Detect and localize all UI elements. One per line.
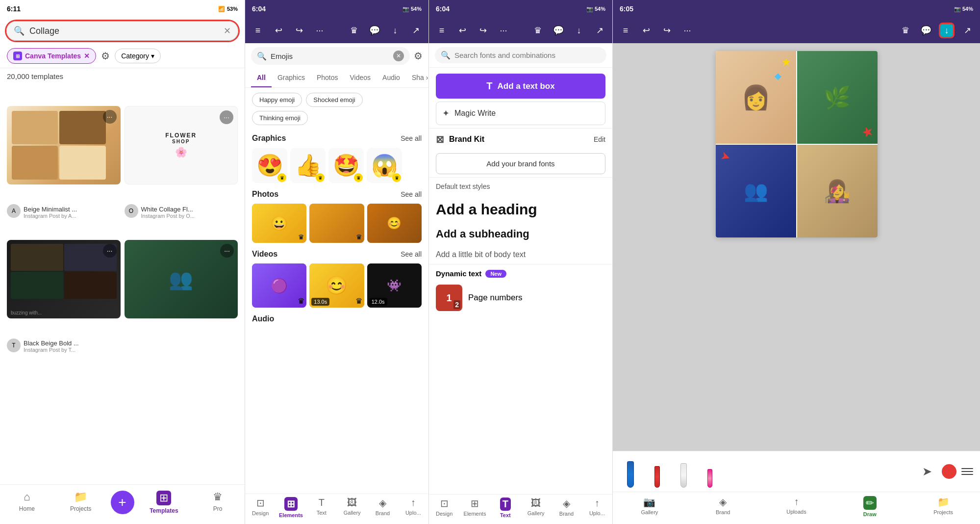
download-icon-4[interactable]: ↓ <box>939 23 955 38</box>
template-item-2[interactable]: FLOWER SHOP 🌸 ··· O White Collage Fl... … <box>125 88 238 219</box>
cursor-tool[interactable]: ➤ <box>917 462 937 481</box>
redo-icon-2[interactable]: ↪ <box>291 23 307 38</box>
add-heading-btn[interactable]: Add a heading <box>429 196 612 223</box>
crown-icon-2[interactable]: ♛ <box>346 23 362 38</box>
emoji-shocked[interactable]: 😱 ♛ <box>367 148 402 183</box>
canva-templates-chip[interactable]: ⊞ Canva Templates ✕ <box>7 48 96 64</box>
comment-icon-3[interactable]: 💬 <box>551 23 566 38</box>
p2-nav-uploads[interactable]: ↑ Uplo... <box>398 497 428 518</box>
share-icon-4[interactable]: ↗ <box>959 23 975 38</box>
photo-thumb-1[interactable]: 😀 ♛ <box>252 204 306 243</box>
chip-close-btn[interactable]: ✕ <box>84 52 90 60</box>
add-brand-fonts-btn[interactable]: Add your brand fonts <box>436 153 605 174</box>
search-box-1[interactable]: 🔍 ✕ <box>6 21 238 41</box>
add-text-box-btn[interactable]: T Add a text box <box>436 74 605 99</box>
crown-icon-4[interactable]: ♛ <box>898 23 913 38</box>
menu-lines-btn[interactable] <box>961 468 973 475</box>
emoji-heart-eyes[interactable]: 😍 ♛ <box>252 148 287 183</box>
comment-icon-4[interactable]: 💬 <box>918 23 934 38</box>
p4-nav-uploads[interactable]: ↑ Uploads <box>760 495 833 518</box>
menu-icon-3[interactable]: ≡ <box>434 23 450 38</box>
filter-btn-2[interactable]: ⚙ <box>414 50 423 62</box>
search-input-1[interactable] <box>29 26 219 36</box>
p3-nav-elements[interactable]: ⊞ Elements <box>459 498 490 518</box>
share-icon-2[interactable]: ↗ <box>408 23 424 38</box>
video-thumb-1[interactable]: 🟣 13.0s ♛ <box>252 263 306 308</box>
tab-audio[interactable]: Audio <box>377 69 406 87</box>
clear-btn-2[interactable]: ✕ <box>393 51 404 61</box>
more-icon-3[interactable]: ··· <box>496 23 511 38</box>
menu-icon-2[interactable]: ≡ <box>250 23 266 38</box>
share-icon-3[interactable]: ↗ <box>592 23 607 38</box>
template-item-1[interactable]: ··· A Beige Minimalist ... Instagram Pos… <box>7 88 121 219</box>
p3-nav-brand[interactable]: ◈ Brand <box>551 498 581 518</box>
emoji-thumbs-up[interactable]: 👍 ♛ <box>290 148 326 183</box>
add-circle-btn[interactable]: + <box>111 491 134 514</box>
nav-templates[interactable]: ⊞ Templates <box>137 489 191 516</box>
p4-nav-brand[interactable]: ◈ Brand <box>686 495 760 518</box>
nav-home[interactable]: ⌂ Home <box>0 489 54 516</box>
tab-all[interactable]: All <box>251 69 272 87</box>
add-subheading-btn[interactable]: Add a subheading <box>429 223 612 245</box>
menu-icon-4[interactable]: ≡ <box>618 23 633 38</box>
graphics-see-all[interactable]: See all <box>401 134 422 142</box>
tab-videos[interactable]: Videos <box>344 69 377 87</box>
p4-nav-gallery[interactable]: 📷 Gallery <box>613 495 686 518</box>
more-btn-1[interactable]: ··· <box>103 110 117 124</box>
p2-nav-design[interactable]: ⊡ Design <box>245 497 276 518</box>
tab-photos[interactable]: Photos <box>311 69 344 87</box>
redo-icon-3[interactable]: ↪ <box>475 23 491 38</box>
text-scroll[interactable]: T Add a text box ✦ Magic Write ⊠ Brand K… <box>429 68 612 494</box>
red-marker-tool[interactable] <box>646 455 668 488</box>
template-scroll-area[interactable]: ··· A Beige Minimalist ... Instagram Pos… <box>0 84 245 484</box>
p2-nav-text[interactable]: T Text <box>306 497 337 518</box>
red-dot-tool[interactable] <box>942 464 956 479</box>
download-icon-3[interactable]: ↓ <box>571 23 587 38</box>
magic-write-btn[interactable]: ✦ Magic Write <box>436 102 605 125</box>
p3-nav-text[interactable]: T Text <box>490 498 521 518</box>
filter-icon-1[interactable]: ⚙ <box>101 50 110 62</box>
chip-thinking-emoji[interactable]: Thinking emoji <box>252 111 308 125</box>
clear-icon-1[interactable]: ✕ <box>224 26 231 36</box>
elements-scroll[interactable]: Happy emoji Shocked emoji Thinking emoji… <box>245 88 428 494</box>
p4-nav-projects[interactable]: 📁 Projects <box>906 495 980 518</box>
blue-marker-tool[interactable] <box>620 455 641 488</box>
p2-nav-elements[interactable]: ⊞ Elements <box>276 497 306 518</box>
undo-icon-2[interactable]: ↩ <box>271 23 286 38</box>
crown-icon-3[interactable]: ♛ <box>530 23 546 38</box>
more-btn-3[interactable]: ··· <box>103 244 117 258</box>
photo-thumb-3[interactable]: 😊 <box>367 204 422 243</box>
undo-icon-4[interactable]: ↩ <box>638 23 654 38</box>
nav-projects[interactable]: 📁 Projects <box>54 489 108 516</box>
p4-nav-draw[interactable]: ✏ Draw <box>833 495 906 518</box>
video-thumb-3[interactable]: 👾 12.0s <box>367 263 422 308</box>
videos-see-all[interactable]: See all <box>401 250 422 258</box>
font-search-input[interactable] <box>454 51 601 59</box>
photo-thumb-2[interactable]: ♛ <box>309 204 364 243</box>
more-icon-4[interactable]: ··· <box>679 23 695 38</box>
nav-add[interactable]: + <box>108 489 137 516</box>
chip-shocked-emoji[interactable]: Shocked emoji <box>306 93 362 107</box>
comment-icon-2[interactable]: 💬 <box>367 23 382 38</box>
category-btn[interactable]: Category ▾ <box>115 49 161 63</box>
more-icon-2[interactable]: ··· <box>312 23 327 38</box>
tab-graphics[interactable]: Graphics <box>272 69 311 87</box>
pink-marker-tool[interactable] <box>699 455 721 488</box>
p3-nav-design[interactable]: ⊡ Design <box>429 498 459 518</box>
search-input-container-2[interactable]: 🔍 ✕ <box>251 47 410 65</box>
p3-nav-uploads[interactable]: ↑ Uplo... <box>582 498 612 518</box>
font-search-container[interactable]: 🔍 <box>435 47 606 63</box>
emoji-star-eyes[interactable]: 🤩 ♛ <box>328 148 364 183</box>
template-item-4[interactable]: 👥 ··· <box>125 223 238 353</box>
more-btn-4[interactable]: ··· <box>220 244 234 258</box>
search-input-2[interactable] <box>271 52 389 60</box>
tab-shapes[interactable]: Sha › <box>406 69 428 87</box>
redo-icon-4[interactable]: ↪ <box>659 23 675 38</box>
download-icon-2[interactable]: ↓ <box>387 23 403 38</box>
chip-happy-emoji[interactable]: Happy emoji <box>252 93 302 107</box>
photos-see-all[interactable]: See all <box>401 190 422 198</box>
undo-icon-3[interactable]: ↩ <box>454 23 470 38</box>
add-body-text-btn[interactable]: Add a little bit of body text <box>429 245 612 264</box>
nav-pro[interactable]: ♛ Pro <box>191 489 245 516</box>
page-numbers-item[interactable]: 1 2 Page numbers <box>429 281 612 315</box>
